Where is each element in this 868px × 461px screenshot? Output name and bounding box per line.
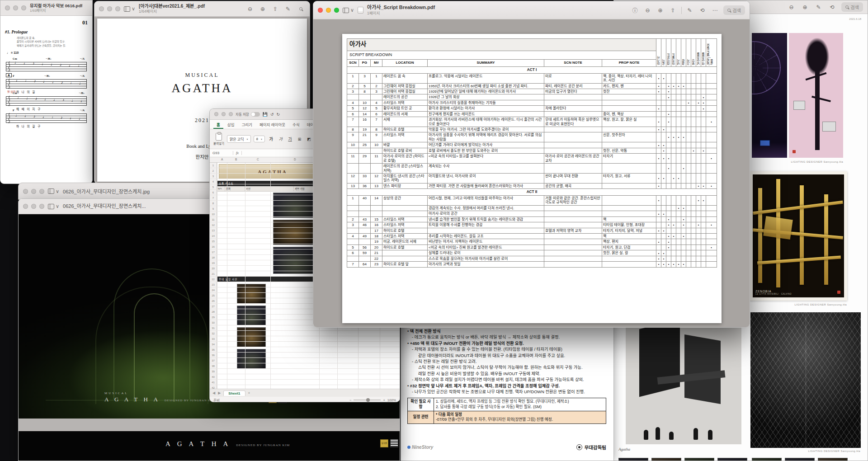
- window-controls[interactable]: [318, 8, 339, 13]
- window-controls[interactable]: [23, 189, 44, 194]
- rotate-icon[interactable]: ⟲: [828, 3, 837, 12]
- row-number: 38: [210, 363, 217, 368]
- sheet-tab[interactable]: Sheet1: [223, 390, 245, 396]
- zoom-slider[interactable]: [354, 400, 381, 400]
- sidebar-toggle[interactable]: ∨: [343, 7, 354, 13]
- zoom-button[interactable]: [229, 112, 233, 116]
- paste-button[interactable]: 붙여넣기: [213, 133, 224, 146]
- borders-button[interactable]: ⊞: [296, 137, 303, 141]
- minimize-button[interactable]: [107, 6, 112, 11]
- zoom-in-icon[interactable]: +: [383, 398, 385, 402]
- fill-color-button[interactable]: ◩: [306, 137, 312, 141]
- info-icon[interactable]: ⓘ: [631, 6, 640, 15]
- cast-dot-cell: [706, 94, 717, 100]
- search-icon[interactable]: [296, 5, 305, 14]
- zoom-button[interactable]: [21, 5, 26, 10]
- row-number: 30: [210, 320, 217, 325]
- zoom-button[interactable]: [334, 8, 339, 13]
- ribbon-tab-삽입[interactable]: 삽입: [224, 120, 238, 129]
- minimize-button[interactable]: [13, 5, 18, 10]
- autosave-control[interactable]: 자동 저장: [236, 112, 260, 117]
- prev-sheet-icon[interactable]: ◀: [212, 391, 215, 395]
- cast-dot-cell: [701, 89, 706, 94]
- close-button[interactable]: [99, 6, 104, 11]
- minimize-button[interactable]: [222, 112, 226, 116]
- close-button[interactable]: [318, 8, 323, 13]
- font-size-select[interactable]: 8▾: [254, 136, 265, 142]
- zoom-out-icon[interactable]: ⊖: [643, 6, 652, 15]
- ribbon-tab-홈[interactable]: 홈: [213, 120, 223, 129]
- script-pdf-titlebar[interactable]: ∨ [아가사]대본ver2021.6_제본_.pdf 1/64페이지 ⊖ ⊕ ⇧…: [94, 1, 310, 17]
- zoom-control[interactable]: − + 100%: [349, 398, 396, 402]
- cast-dot-cell: •: [676, 262, 681, 267]
- window-controls[interactable]: [99, 6, 120, 11]
- minimize-button[interactable]: [31, 204, 36, 209]
- note-glyph: ♩: [25, 79, 29, 83]
- window-controls[interactable]: [5, 5, 26, 10]
- breakdown-content[interactable]: 아가사 아가사로이레이몬드아치볼드낸시경감기자부인남 앙상블여 앙상블(제작) …: [313, 19, 750, 327]
- zoom-button[interactable]: [39, 189, 44, 194]
- close-button[interactable]: [214, 112, 218, 116]
- ribbon-tab-페이지 레이아웃[interactable]: 페이지 레이아웃: [256, 120, 288, 129]
- share-icon[interactable]: ⇧: [271, 5, 280, 14]
- zoom-level: 100%: [387, 398, 396, 402]
- cast-dot-cell: [671, 117, 676, 127]
- add-sheet-button[interactable]: +: [248, 391, 250, 395]
- cell: 아가사·로이 공간과 레이몬드의 공간 교차: [544, 154, 602, 164]
- cast-dot-cell: •: [701, 148, 706, 153]
- window-controls[interactable]: [214, 112, 233, 116]
- markup-pencil-icon[interactable]: ✎: [814, 3, 823, 12]
- close-button[interactable]: [5, 5, 10, 10]
- cast-dot-cell: [706, 164, 717, 174]
- save-icon[interactable]: 💾: [263, 112, 268, 117]
- close-button[interactable]: [23, 204, 28, 209]
- markup-pencil-icon[interactable]: ✎: [685, 6, 694, 15]
- chess-piece-shape: [644, 430, 648, 440]
- cast-dot-cell: •: [676, 83, 681, 89]
- zoom-out-icon[interactable]: ⊖: [787, 3, 796, 12]
- font-family-select[interactable]: 맑은 고딕▾: [227, 135, 251, 143]
- more-icon[interactable]: ⋯: [711, 6, 720, 15]
- cell: 친구에게 편지를 쓰는 레이몬드: [428, 111, 544, 117]
- cell: [544, 245, 602, 250]
- zoom-button[interactable]: [115, 6, 120, 11]
- autosave-toggle[interactable]: [251, 112, 260, 117]
- markup-pencil-icon[interactable]: ✎: [283, 5, 292, 14]
- bold-button[interactable]: 가: [268, 136, 274, 142]
- cell: 레이몬드 꿈 속: [382, 73, 428, 83]
- breakdown-titlebar[interactable]: ∨ 아가사_Script Breakdown.pdf 1페이지 ⓘ ⊖ ⊕ ⇧ …: [313, 1, 750, 19]
- sheet-music-titlebar[interactable]: 뮤지컬 아가사 악보 0616.pdf 1/93페이지: [0, 0, 92, 16]
- cast-dot-cell: [666, 148, 671, 153]
- minimize-button[interactable]: [31, 189, 36, 194]
- cast-dot-cell: [686, 245, 691, 250]
- next-sheet-icon[interactable]: ▶: [218, 391, 221, 395]
- zoom-in-icon[interactable]: ⊕: [656, 6, 665, 15]
- minimize-button[interactable]: [326, 8, 331, 13]
- zoom-button[interactable]: [39, 204, 44, 209]
- undo-icon[interactable]: ↺: [270, 112, 274, 117]
- rotate-icon[interactable]: ⟲: [698, 6, 707, 15]
- italic-button[interactable]: 가: [277, 136, 284, 142]
- zoom-out-icon[interactable]: −: [349, 398, 351, 402]
- cast-dot-cell: [706, 256, 717, 261]
- reference-search-field[interactable]: 검색: [841, 2, 863, 12]
- cell: 16: [371, 222, 382, 228]
- share-icon[interactable]: ⇧: [669, 6, 678, 15]
- zoom-in-icon[interactable]: ⊕: [258, 5, 267, 14]
- sidebar-toggle[interactable]: ∨: [48, 188, 59, 194]
- underline-button[interactable]: 가: [287, 136, 293, 142]
- window-controls[interactable]: [23, 204, 44, 209]
- cast-dot-cell: •: [701, 100, 706, 105]
- ribbon-tab-수식[interactable]: 수식: [289, 120, 303, 129]
- breakdown-search-field[interactable]: 검색: [723, 5, 745, 15]
- note-glyph: ♩: [43, 80, 47, 84]
- redo-icon[interactable]: ↻: [276, 112, 280, 117]
- cell-name-box[interactable]: G93: [210, 151, 233, 155]
- cast-dot-cell: •: [671, 83, 676, 89]
- ribbon-tab-그리기[interactable]: 그리기: [238, 120, 255, 129]
- sidebar-toggle[interactable]: ∨: [48, 203, 59, 209]
- zoom-in-icon[interactable]: ⊕: [801, 3, 810, 12]
- sidebar-toggle[interactable]: ∨: [124, 6, 135, 12]
- zoom-out-icon[interactable]: ⊖: [245, 5, 255, 14]
- close-button[interactable]: [23, 189, 28, 194]
